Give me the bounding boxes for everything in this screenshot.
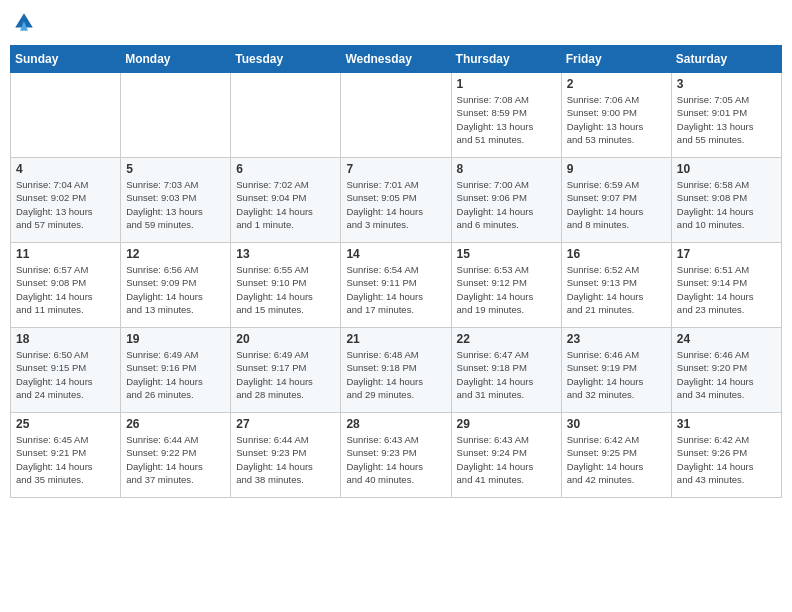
calendar-cell: 24Sunrise: 6:46 AM Sunset: 9:20 PM Dayli… bbox=[671, 328, 781, 413]
header bbox=[10, 10, 782, 39]
logo bbox=[10, 10, 36, 39]
calendar-cell: 25Sunrise: 6:45 AM Sunset: 9:21 PM Dayli… bbox=[11, 413, 121, 498]
calendar-cell: 3Sunrise: 7:05 AM Sunset: 9:01 PM Daylig… bbox=[671, 73, 781, 158]
weekday-header-saturday: Saturday bbox=[671, 46, 781, 73]
calendar-cell: 6Sunrise: 7:02 AM Sunset: 9:04 PM Daylig… bbox=[231, 158, 341, 243]
day-number: 10 bbox=[677, 162, 776, 176]
day-info: Sunrise: 6:51 AM Sunset: 9:14 PM Dayligh… bbox=[677, 263, 776, 316]
day-number: 15 bbox=[457, 247, 556, 261]
day-number: 14 bbox=[346, 247, 445, 261]
day-number: 22 bbox=[457, 332, 556, 346]
day-info: Sunrise: 6:50 AM Sunset: 9:15 PM Dayligh… bbox=[16, 348, 115, 401]
calendar-cell: 7Sunrise: 7:01 AM Sunset: 9:05 PM Daylig… bbox=[341, 158, 451, 243]
day-number: 20 bbox=[236, 332, 335, 346]
day-info: Sunrise: 6:46 AM Sunset: 9:20 PM Dayligh… bbox=[677, 348, 776, 401]
day-info: Sunrise: 6:57 AM Sunset: 9:08 PM Dayligh… bbox=[16, 263, 115, 316]
day-info: Sunrise: 6:44 AM Sunset: 9:22 PM Dayligh… bbox=[126, 433, 225, 486]
calendar-cell: 12Sunrise: 6:56 AM Sunset: 9:09 PM Dayli… bbox=[121, 243, 231, 328]
calendar-cell: 8Sunrise: 7:00 AM Sunset: 9:06 PM Daylig… bbox=[451, 158, 561, 243]
day-number: 27 bbox=[236, 417, 335, 431]
calendar-cell: 1Sunrise: 7:08 AM Sunset: 8:59 PM Daylig… bbox=[451, 73, 561, 158]
calendar-cell: 19Sunrise: 6:49 AM Sunset: 9:16 PM Dayli… bbox=[121, 328, 231, 413]
day-number: 26 bbox=[126, 417, 225, 431]
day-number: 9 bbox=[567, 162, 666, 176]
day-info: Sunrise: 6:59 AM Sunset: 9:07 PM Dayligh… bbox=[567, 178, 666, 231]
day-info: Sunrise: 7:05 AM Sunset: 9:01 PM Dayligh… bbox=[677, 93, 776, 146]
day-number: 30 bbox=[567, 417, 666, 431]
calendar-week-3: 11Sunrise: 6:57 AM Sunset: 9:08 PM Dayli… bbox=[11, 243, 782, 328]
day-info: Sunrise: 6:46 AM Sunset: 9:19 PM Dayligh… bbox=[567, 348, 666, 401]
day-number: 25 bbox=[16, 417, 115, 431]
day-info: Sunrise: 7:02 AM Sunset: 9:04 PM Dayligh… bbox=[236, 178, 335, 231]
calendar-cell: 4Sunrise: 7:04 AM Sunset: 9:02 PM Daylig… bbox=[11, 158, 121, 243]
calendar-cell: 30Sunrise: 6:42 AM Sunset: 9:25 PM Dayli… bbox=[561, 413, 671, 498]
day-info: Sunrise: 7:04 AM Sunset: 9:02 PM Dayligh… bbox=[16, 178, 115, 231]
day-number: 16 bbox=[567, 247, 666, 261]
weekday-header-thursday: Thursday bbox=[451, 46, 561, 73]
day-info: Sunrise: 6:42 AM Sunset: 9:26 PM Dayligh… bbox=[677, 433, 776, 486]
day-number: 6 bbox=[236, 162, 335, 176]
day-number: 8 bbox=[457, 162, 556, 176]
calendar-cell: 10Sunrise: 6:58 AM Sunset: 9:08 PM Dayli… bbox=[671, 158, 781, 243]
day-number: 5 bbox=[126, 162, 225, 176]
day-info: Sunrise: 6:44 AM Sunset: 9:23 PM Dayligh… bbox=[236, 433, 335, 486]
day-number: 4 bbox=[16, 162, 115, 176]
calendar-cell: 11Sunrise: 6:57 AM Sunset: 9:08 PM Dayli… bbox=[11, 243, 121, 328]
day-info: Sunrise: 7:01 AM Sunset: 9:05 PM Dayligh… bbox=[346, 178, 445, 231]
day-number: 19 bbox=[126, 332, 225, 346]
calendar-week-2: 4Sunrise: 7:04 AM Sunset: 9:02 PM Daylig… bbox=[11, 158, 782, 243]
calendar-cell: 16Sunrise: 6:52 AM Sunset: 9:13 PM Dayli… bbox=[561, 243, 671, 328]
calendar-cell: 29Sunrise: 6:43 AM Sunset: 9:24 PM Dayli… bbox=[451, 413, 561, 498]
day-info: Sunrise: 6:47 AM Sunset: 9:18 PM Dayligh… bbox=[457, 348, 556, 401]
day-info: Sunrise: 6:45 AM Sunset: 9:21 PM Dayligh… bbox=[16, 433, 115, 486]
calendar-table: SundayMondayTuesdayWednesdayThursdayFrid… bbox=[10, 45, 782, 498]
calendar-cell bbox=[341, 73, 451, 158]
calendar-cell: 23Sunrise: 6:46 AM Sunset: 9:19 PM Dayli… bbox=[561, 328, 671, 413]
day-info: Sunrise: 6:56 AM Sunset: 9:09 PM Dayligh… bbox=[126, 263, 225, 316]
calendar-cell: 9Sunrise: 6:59 AM Sunset: 9:07 PM Daylig… bbox=[561, 158, 671, 243]
day-number: 12 bbox=[126, 247, 225, 261]
calendar-cell: 20Sunrise: 6:49 AM Sunset: 9:17 PM Dayli… bbox=[231, 328, 341, 413]
day-number: 7 bbox=[346, 162, 445, 176]
logo-icon bbox=[12, 10, 36, 34]
day-number: 1 bbox=[457, 77, 556, 91]
calendar-week-5: 25Sunrise: 6:45 AM Sunset: 9:21 PM Dayli… bbox=[11, 413, 782, 498]
calendar-cell: 5Sunrise: 7:03 AM Sunset: 9:03 PM Daylig… bbox=[121, 158, 231, 243]
day-info: Sunrise: 6:43 AM Sunset: 9:23 PM Dayligh… bbox=[346, 433, 445, 486]
calendar-cell bbox=[231, 73, 341, 158]
day-info: Sunrise: 7:06 AM Sunset: 9:00 PM Dayligh… bbox=[567, 93, 666, 146]
calendar-cell: 18Sunrise: 6:50 AM Sunset: 9:15 PM Dayli… bbox=[11, 328, 121, 413]
calendar-cell: 28Sunrise: 6:43 AM Sunset: 9:23 PM Dayli… bbox=[341, 413, 451, 498]
calendar-week-1: 1Sunrise: 7:08 AM Sunset: 8:59 PM Daylig… bbox=[11, 73, 782, 158]
calendar-cell: 14Sunrise: 6:54 AM Sunset: 9:11 PM Dayli… bbox=[341, 243, 451, 328]
day-number: 29 bbox=[457, 417, 556, 431]
day-info: Sunrise: 6:42 AM Sunset: 9:25 PM Dayligh… bbox=[567, 433, 666, 486]
day-number: 28 bbox=[346, 417, 445, 431]
day-info: Sunrise: 6:49 AM Sunset: 9:17 PM Dayligh… bbox=[236, 348, 335, 401]
day-info: Sunrise: 6:55 AM Sunset: 9:10 PM Dayligh… bbox=[236, 263, 335, 316]
weekday-header-wednesday: Wednesday bbox=[341, 46, 451, 73]
day-info: Sunrise: 6:52 AM Sunset: 9:13 PM Dayligh… bbox=[567, 263, 666, 316]
day-number: 21 bbox=[346, 332, 445, 346]
day-number: 13 bbox=[236, 247, 335, 261]
day-info: Sunrise: 7:00 AM Sunset: 9:06 PM Dayligh… bbox=[457, 178, 556, 231]
day-info: Sunrise: 6:53 AM Sunset: 9:12 PM Dayligh… bbox=[457, 263, 556, 316]
day-number: 31 bbox=[677, 417, 776, 431]
day-number: 17 bbox=[677, 247, 776, 261]
calendar-cell bbox=[121, 73, 231, 158]
calendar-cell: 15Sunrise: 6:53 AM Sunset: 9:12 PM Dayli… bbox=[451, 243, 561, 328]
calendar-cell: 26Sunrise: 6:44 AM Sunset: 9:22 PM Dayli… bbox=[121, 413, 231, 498]
day-number: 3 bbox=[677, 77, 776, 91]
day-number: 11 bbox=[16, 247, 115, 261]
weekday-header-friday: Friday bbox=[561, 46, 671, 73]
day-number: 2 bbox=[567, 77, 666, 91]
calendar-cell: 31Sunrise: 6:42 AM Sunset: 9:26 PM Dayli… bbox=[671, 413, 781, 498]
day-info: Sunrise: 6:49 AM Sunset: 9:16 PM Dayligh… bbox=[126, 348, 225, 401]
day-info: Sunrise: 7:03 AM Sunset: 9:03 PM Dayligh… bbox=[126, 178, 225, 231]
calendar-cell: 2Sunrise: 7:06 AM Sunset: 9:00 PM Daylig… bbox=[561, 73, 671, 158]
day-number: 23 bbox=[567, 332, 666, 346]
day-info: Sunrise: 7:08 AM Sunset: 8:59 PM Dayligh… bbox=[457, 93, 556, 146]
calendar-cell: 13Sunrise: 6:55 AM Sunset: 9:10 PM Dayli… bbox=[231, 243, 341, 328]
day-info: Sunrise: 6:54 AM Sunset: 9:11 PM Dayligh… bbox=[346, 263, 445, 316]
weekday-header-sunday: Sunday bbox=[11, 46, 121, 73]
